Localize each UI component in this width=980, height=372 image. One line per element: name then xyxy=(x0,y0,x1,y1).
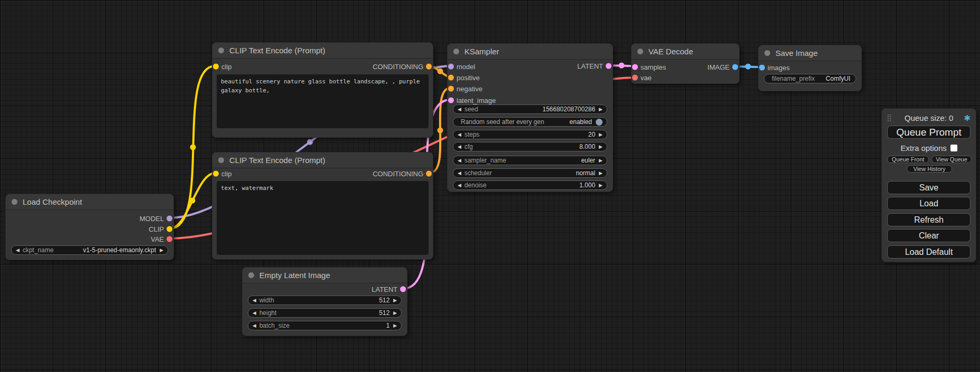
node-load-checkpoint[interactable]: Load Checkpoint MODEL CLIP VAE ◀ ckpt_na… xyxy=(5,194,174,260)
prompt-textarea[interactable]: beautiful scenery nature glass bottle la… xyxy=(217,74,429,128)
stepper-right-icon[interactable]: ▶ xyxy=(599,183,603,188)
output-port-clip[interactable] xyxy=(167,226,172,232)
denoise-number-widget[interactable]: ◀ denoise 1.000 ▶ xyxy=(453,180,607,190)
widget-value: 156680208700286 xyxy=(542,106,595,113)
node-collapse-dot-icon[interactable] xyxy=(764,50,770,56)
ckpt-name-combo-widget[interactable]: ◀ ckpt_name v1-5-pruned-emaonly.ckpt ▶ xyxy=(11,245,168,255)
slot-label: positive xyxy=(457,74,480,82)
output-slot-latent: LATENT xyxy=(242,284,407,294)
input-port-latent-image[interactable] xyxy=(448,98,454,103)
stepper-left-icon[interactable]: ◀ xyxy=(253,323,256,328)
widget-label: Random seed after every gen xyxy=(461,118,544,126)
input-port-vae[interactable] xyxy=(632,75,638,81)
stepper-left-icon[interactable]: ◀ xyxy=(458,132,461,137)
clear-button[interactable]: Clear xyxy=(887,229,971,242)
node-header[interactable]: KSampler xyxy=(448,44,613,60)
stepper-left-icon[interactable]: ◀ xyxy=(458,145,461,149)
refresh-button[interactable]: Refresh xyxy=(887,213,971,226)
slot-label: CLIP xyxy=(149,225,164,233)
input-port-images[interactable] xyxy=(759,65,765,71)
input-port-positive[interactable] xyxy=(448,75,454,81)
output-port-model[interactable] xyxy=(167,216,172,222)
sampler-name-combo-widget[interactable]: ◀ sampler_name euler ▶ xyxy=(453,156,607,165)
node-clip-text-encode-negative[interactable]: CLIP Text Encode (Prompt) clip CONDITION… xyxy=(212,152,433,260)
load-button[interactable]: Load xyxy=(887,197,971,210)
stepper-right-icon[interactable]: ▶ xyxy=(599,158,603,163)
width-number-widget[interactable]: ◀ width 512 ▶ xyxy=(248,295,402,305)
gear-icon[interactable]: ✱ xyxy=(964,113,971,123)
stepper-left-icon[interactable]: ◀ xyxy=(458,107,461,112)
stepper-left-icon[interactable]: ◀ xyxy=(458,158,461,163)
widget-value: v1-5-pruned-emaonly.ckpt xyxy=(83,246,157,254)
cfg-number-widget[interactable]: ◀ cfg 8.000 ▶ xyxy=(453,142,607,151)
stepper-right-icon[interactable]: ▶ xyxy=(393,298,397,303)
link-midpoint-dot xyxy=(307,139,313,145)
steps-number-widget[interactable]: ◀ steps 20 ▶ xyxy=(453,130,607,139)
stepper-right-icon[interactable]: ▶ xyxy=(599,171,603,176)
stepper-right-icon[interactable]: ▶ xyxy=(160,248,163,253)
node-graph-canvas[interactable]: Load Checkpoint MODEL CLIP VAE ◀ ckpt_na… xyxy=(0,0,980,372)
input-port-negative[interactable] xyxy=(448,86,454,92)
widget-label: filename_prefix xyxy=(772,75,814,82)
input-slot-images: images xyxy=(759,62,861,73)
output-port-latent[interactable] xyxy=(606,63,612,69)
node-clip-text-encode-positive[interactable]: CLIP Text Encode (Prompt) clip CONDITION… xyxy=(212,42,433,138)
random-seed-toggle-widget[interactable]: Random seed after every gen enabled xyxy=(453,117,607,127)
node-collapse-dot-icon[interactable] xyxy=(453,49,459,54)
stepper-left-icon[interactable]: ◀ xyxy=(253,298,256,303)
widget-label: cfg xyxy=(464,143,473,150)
filename-prefix-text-widget[interactable]: filename_prefix ComfyUI xyxy=(764,74,856,83)
drag-handle-icon[interactable]: ⣿ xyxy=(887,113,891,121)
node-title: KSampler xyxy=(464,47,499,56)
seed-number-widget[interactable]: ◀ seed 156680208700286 ▶ xyxy=(453,104,607,114)
toggle-knob-icon[interactable] xyxy=(596,119,603,126)
node-header[interactable]: VAE Decode xyxy=(632,44,739,60)
queue-prompt-button[interactable]: Queue Prompt xyxy=(887,126,971,139)
node-collapse-dot-icon[interactable] xyxy=(218,47,224,53)
save-button[interactable]: Save xyxy=(887,181,971,194)
queue-front-button[interactable]: Queue Front xyxy=(887,156,929,163)
slot-label: VAE xyxy=(151,235,164,243)
batch-size-number-widget[interactable]: ◀ batch_size 1 ▶ xyxy=(248,321,402,330)
view-queue-button[interactable]: View Queue xyxy=(932,156,972,163)
slot-label: vae xyxy=(641,74,652,82)
output-slot-clip: CLIP xyxy=(6,224,173,234)
stepper-right-icon[interactable]: ▶ xyxy=(393,311,397,316)
slot-label: MODEL xyxy=(140,215,164,223)
output-port-vae[interactable] xyxy=(167,236,172,242)
node-header[interactable]: CLIP Text Encode (Prompt) xyxy=(212,43,433,59)
widget-label: batch_size xyxy=(259,322,289,329)
stepper-left-icon[interactable]: ◀ xyxy=(253,311,256,316)
output-port-conditioning[interactable] xyxy=(426,171,432,177)
stepper-right-icon[interactable]: ▶ xyxy=(599,132,603,137)
extra-options-checkbox[interactable] xyxy=(950,145,957,151)
stepper-left-icon[interactable]: ◀ xyxy=(458,183,461,188)
node-collapse-dot-icon[interactable] xyxy=(218,157,224,163)
load-default-button[interactable]: Load Default xyxy=(887,245,971,259)
node-save-image[interactable]: Save Image images filename_prefix ComfyU… xyxy=(758,45,862,91)
node-ksampler[interactable]: KSampler model positive negative latent_… xyxy=(447,43,613,192)
node-header[interactable]: Load Checkpoint xyxy=(6,194,173,210)
output-port-conditioning[interactable] xyxy=(426,64,432,70)
node-header[interactable]: Empty Latent Image xyxy=(242,268,407,283)
output-port-image[interactable] xyxy=(732,64,738,70)
stepper-right-icon[interactable]: ▶ xyxy=(599,145,603,149)
node-collapse-dot-icon[interactable] xyxy=(637,49,643,54)
stepper-right-icon[interactable]: ▶ xyxy=(599,107,603,112)
node-empty-latent-image[interactable]: Empty Latent Image LATENT ◀ width 512 ▶ … xyxy=(242,267,407,336)
node-vae-decode[interactable]: VAE Decode samples vae IMAGE xyxy=(631,43,740,84)
height-number-widget[interactable]: ◀ height 512 ▶ xyxy=(248,308,402,318)
panel-title-row: ⣿ Queue size: 0 ✱ xyxy=(882,112,976,123)
prompt-textarea[interactable]: text, watermark xyxy=(217,181,429,255)
node-header[interactable]: Save Image xyxy=(759,45,861,61)
stepper-right-icon[interactable]: ▶ xyxy=(393,323,397,328)
output-port-latent[interactable] xyxy=(400,287,406,292)
scheduler-combo-widget[interactable]: ◀ scheduler normal ▶ xyxy=(453,168,607,178)
node-collapse-dot-icon[interactable] xyxy=(248,272,254,278)
view-history-button[interactable]: View History xyxy=(907,165,952,173)
node-collapse-dot-icon[interactable] xyxy=(12,199,17,205)
stepper-left-icon[interactable]: ◀ xyxy=(16,248,20,253)
node-header[interactable]: CLIP Text Encode (Prompt) xyxy=(212,152,433,168)
node-title: VAE Decode xyxy=(648,47,693,56)
stepper-left-icon[interactable]: ◀ xyxy=(458,171,461,176)
